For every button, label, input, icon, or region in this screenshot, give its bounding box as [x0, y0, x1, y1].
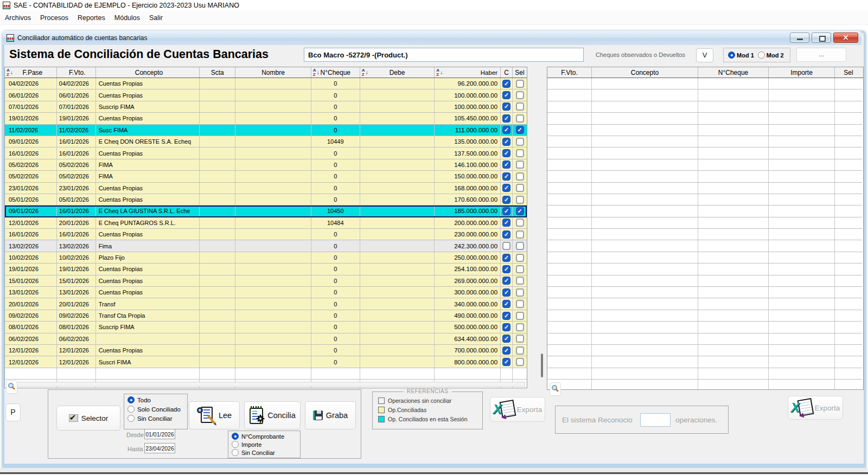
dots-button[interactable]: ...: [796, 48, 846, 62]
column-header-nombre[interactable]: Nombre: [235, 67, 311, 78]
empty-table-row[interactable]: [547, 217, 863, 229]
selector-button[interactable]: Selector: [56, 406, 120, 431]
table-row[interactable]: 20/01/2026 20/01/2026 Transf 0 340.000.0…: [5, 298, 527, 310]
sel-checkbox[interactable]: [516, 207, 524, 215]
minimize-button[interactable]: [790, 33, 809, 43]
empty-table-row[interactable]: [547, 194, 863, 206]
zoom-button-left-grid[interactable]: [6, 380, 17, 394]
menu-salir[interactable]: Salir: [149, 14, 163, 22]
conciliado-checkbox[interactable]: [502, 114, 510, 123]
sel-checkbox[interactable]: [516, 265, 524, 273]
empty-table-row[interactable]: [547, 310, 863, 322]
conciliado-checkbox[interactable]: [502, 312, 510, 320]
maximize-button[interactable]: [812, 33, 831, 43]
mod1-radio-icon[interactable]: [728, 52, 735, 59]
radio-icon[interactable]: [127, 415, 135, 422]
menu-modulos[interactable]: Módulos: [114, 14, 140, 22]
concilia-button[interactable]: Concilia: [244, 401, 301, 429]
p-button[interactable]: P: [5, 403, 21, 421]
conciliado-checkbox[interactable]: [502, 126, 510, 134]
recognition-count-input[interactable]: [640, 413, 671, 427]
empty-table-row[interactable]: [547, 206, 863, 217]
sel-checkbox[interactable]: [516, 196, 524, 204]
conciliado-checkbox[interactable]: [502, 184, 510, 192]
conciliado-checkbox[interactable]: [502, 265, 510, 273]
table-row[interactable]: 15/01/2026 15/01/2026 Cuentas Propias 0 …: [5, 275, 527, 287]
radio-solo-conciliado[interactable]: Solo Conciliado: [127, 406, 187, 413]
hasta-input[interactable]: [144, 443, 175, 453]
sel-checkbox[interactable]: [516, 277, 524, 285]
mod1-radio[interactable]: Mod 1: [728, 52, 754, 59]
sel-checkbox[interactable]: [516, 323, 524, 331]
conciliado-checkbox[interactable]: [502, 335, 510, 343]
table-row[interactable]: 16/01/2026 16/01/2026 Cuentas Propias 0 …: [5, 147, 527, 159]
sel-checkbox[interactable]: [516, 114, 524, 123]
empty-table-row[interactable]: [547, 380, 863, 390]
menu-procesos[interactable]: Procesos: [40, 14, 68, 22]
empty-table-row[interactable]: [547, 333, 863, 345]
table-row[interactable]: 12/01/2026 12/01/2026 Suscri FIMA 0 800.…: [5, 356, 527, 368]
conciliado-checkbox[interactable]: [502, 277, 510, 285]
empty-table-row[interactable]: [547, 240, 863, 252]
sel-checkbox[interactable]: [516, 172, 524, 181]
sel-checkbox[interactable]: [516, 138, 524, 146]
table-row[interactable]: 19/01/2026 19/01/2026 Cuentas Propias 0 …: [5, 113, 527, 124]
desde-input[interactable]: [144, 429, 175, 439]
conciliado-checkbox[interactable]: [502, 138, 510, 146]
sel-checkbox[interactable]: [516, 102, 524, 111]
sel-checkbox[interactable]: [516, 219, 524, 227]
column-header-ncheque-right[interactable]: N°Cheque: [698, 67, 769, 78]
empty-table-row[interactable]: [547, 147, 863, 159]
column-header-importe[interactable]: Importe: [769, 67, 835, 78]
column-header-ncheque[interactable]: N°Cheque: [311, 67, 360, 78]
conciliado-checkbox[interactable]: [502, 161, 510, 169]
sel-checkbox[interactable]: [516, 161, 524, 169]
column-header-concepto[interactable]: Concepto: [96, 67, 200, 78]
graba-button[interactable]: Graba: [305, 401, 356, 429]
conciliado-checkbox[interactable]: [502, 207, 510, 215]
radio-icon[interactable]: [232, 449, 239, 456]
conciliado-checkbox[interactable]: [502, 219, 510, 227]
empty-table-row[interactable]: [547, 229, 863, 240]
empty-table-row[interactable]: [547, 89, 863, 101]
column-header-sel-right[interactable]: Sel: [835, 67, 862, 78]
table-row[interactable]: 09/01/2026 16/01/2026 E Cheq LA GIUSTINA…: [5, 206, 527, 217]
conciliado-checkbox[interactable]: [502, 358, 510, 366]
account-input[interactable]: [304, 48, 584, 62]
conciliado-checkbox[interactable]: [502, 288, 510, 297]
empty-table-row[interactable]: [547, 159, 863, 171]
exporta-button-right[interactable]: X Exporta: [788, 396, 843, 420]
empty-table-row[interactable]: [547, 78, 863, 89]
radio-importe[interactable]: Importe: [232, 441, 300, 448]
empty-table-row[interactable]: [547, 171, 863, 182]
table-row[interactable]: 12/01/2026 12/01/2026 Cuentas Propias 0 …: [5, 345, 527, 356]
sel-checkbox[interactable]: [516, 230, 524, 239]
conciliado-checkbox[interactable]: [502, 323, 510, 331]
table-row[interactable]: 04/02/2026 04/02/2026 Cuentas Propias 0 …: [5, 78, 527, 89]
mod2-radio[interactable]: Mod 2: [758, 52, 784, 59]
column-header-debe[interactable]: Debe: [360, 67, 435, 78]
table-row[interactable]: 12/01/2026 20/01/2026 E Cheq PUNTAGROS S…: [5, 217, 527, 229]
column-header-haber[interactable]: Haber: [435, 67, 501, 78]
sel-checkbox[interactable]: [516, 312, 524, 320]
empty-table-row[interactable]: [547, 183, 863, 194]
conciliado-checkbox[interactable]: [502, 172, 510, 181]
conciliado-checkbox[interactable]: [502, 102, 510, 111]
column-header-fvto[interactable]: F.Vto.: [57, 67, 96, 78]
empty-table-row[interactable]: [547, 275, 863, 287]
sel-checkbox[interactable]: [516, 91, 524, 99]
sel-checkbox[interactable]: [516, 300, 524, 308]
sel-checkbox[interactable]: [516, 335, 524, 343]
sel-checkbox[interactable]: [516, 126, 524, 134]
table-row[interactable]: 05/01/2026 05/01/2026 Cuentas Propias 0 …: [5, 194, 527, 206]
table-row[interactable]: 09/01/2026 16/01/2026 E Cheq DON ORESTE …: [5, 136, 527, 147]
horizontal-scrollbar[interactable]: [16, 382, 525, 387]
empty-table-row[interactable]: [547, 136, 863, 147]
radio-icon[interactable]: [232, 433, 239, 440]
table-row[interactable]: 16/01/2026 16/01/2026 Cuentas Propias 0 …: [5, 229, 527, 240]
table-row[interactable]: 05/02/2026 05/02/2026 FIMA 0 146.100.000…: [5, 159, 527, 171]
radio-icon[interactable]: [127, 406, 135, 413]
radio-ncomprobante[interactable]: N°Comprobante: [232, 433, 300, 440]
column-header-sel[interactable]: Sel: [513, 67, 527, 78]
empty-table-row[interactable]: [547, 368, 863, 380]
